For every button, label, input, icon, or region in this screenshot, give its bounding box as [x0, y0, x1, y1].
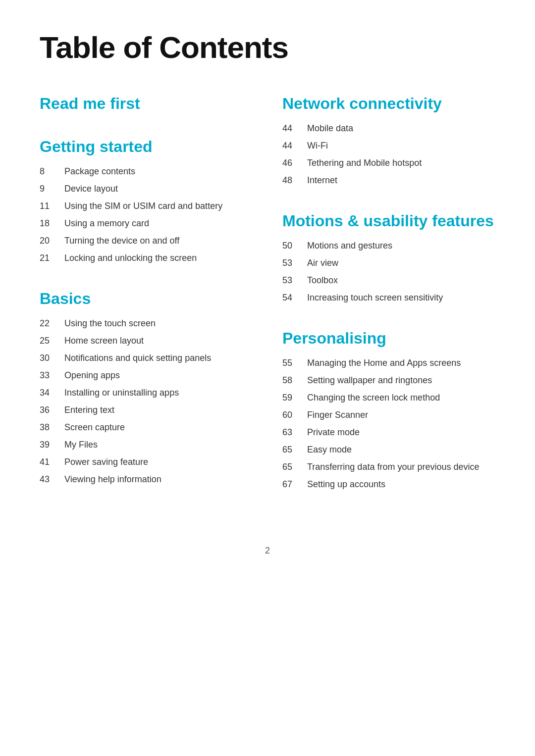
list-item: 50 Motions and gestures	[282, 239, 495, 252]
list-item: 18 Using a memory card	[40, 217, 253, 230]
basics-list: 22 Using the touch screen 25 Home screen…	[40, 317, 253, 486]
list-item: 55 Managing the Home and Apps screens	[282, 356, 495, 370]
toc-text: Tethering and Mobile hotspot	[307, 156, 495, 170]
list-item: 65 Transferring data from your previous …	[282, 460, 495, 474]
toc-number: 50	[282, 239, 307, 252]
toc-text: Toolbox	[307, 274, 495, 287]
toc-number: 38	[40, 421, 64, 434]
list-item: 54 Increasing touch screen sensitivity	[282, 291, 495, 304]
toc-text: Using a memory card	[64, 217, 253, 230]
list-item: 20 Turning the device on and off	[40, 234, 253, 248]
toc-text: Increasing touch screen sensitivity	[307, 291, 495, 304]
left-column: Read me first Getting started 8 Package …	[40, 95, 253, 516]
toc-text: Home screen layout	[64, 334, 253, 348]
list-item: 53 Air view	[282, 256, 495, 270]
toc-number: 22	[40, 317, 64, 330]
section-title-network-connectivity: Network connectivity	[282, 95, 495, 113]
list-item: 53 Toolbox	[282, 274, 495, 287]
toc-text: Power saving feature	[64, 455, 253, 469]
list-item: 60 Finger Scanner	[282, 408, 495, 422]
toc-text: Private mode	[307, 426, 495, 439]
toc-text: Changing the screen lock method	[307, 391, 495, 404]
toc-number: 21	[40, 252, 64, 265]
toc-text: Wi-Fi	[307, 139, 495, 152]
toc-number: 54	[282, 291, 307, 304]
network-connectivity-list: 44 Mobile data 44 Wi-Fi 46 Tethering and…	[282, 122, 495, 187]
toc-number: 41	[40, 455, 64, 469]
list-item: 30 Notifications and quick setting panel…	[40, 352, 253, 365]
list-item: 65 Easy mode	[282, 443, 495, 456]
toc-text: Managing the Home and Apps screens	[307, 356, 495, 370]
toc-text: Easy mode	[307, 443, 495, 456]
section-title-personalising: Personalising	[282, 329, 495, 348]
toc-number: 43	[40, 473, 64, 486]
personalising-list: 55 Managing the Home and Apps screens 58…	[282, 356, 495, 491]
section-title-motions-usability: Motions & usability features	[282, 212, 495, 230]
toc-text: Setting wallpaper and ringtones	[307, 374, 495, 387]
toc-number: 18	[40, 217, 64, 230]
page-number: 2	[265, 546, 270, 555]
toc-number: 53	[282, 274, 307, 287]
section-title-getting-started: Getting started	[40, 138, 253, 156]
toc-text: Mobile data	[307, 122, 495, 135]
toc-text: Viewing help information	[64, 473, 253, 486]
toc-number: 8	[40, 165, 64, 178]
list-item: 22 Using the touch screen	[40, 317, 253, 330]
list-item: 43 Viewing help information	[40, 473, 253, 486]
toc-text: Motions and gestures	[307, 239, 495, 252]
section-title-read-me-first: Read me first	[40, 95, 253, 113]
section-personalising: Personalising 55 Managing the Home and A…	[282, 329, 495, 491]
toc-text: Air view	[307, 256, 495, 270]
toc-number: 36	[40, 403, 64, 417]
toc-number: 65	[282, 443, 307, 456]
section-network-connectivity: Network connectivity 44 Mobile data 44 W…	[282, 95, 495, 187]
right-column: Network connectivity 44 Mobile data 44 W…	[282, 95, 495, 516]
toc-text: Entering text	[64, 403, 253, 417]
list-item: 41 Power saving feature	[40, 455, 253, 469]
toc-text: Device layout	[64, 182, 253, 196]
toc-text: Setting up accounts	[307, 478, 495, 491]
list-item: 44 Wi-Fi	[282, 139, 495, 152]
list-item: 33 Opening apps	[40, 369, 253, 382]
list-item: 67 Setting up accounts	[282, 478, 495, 491]
section-getting-started: Getting started 8 Package contents 9 Dev…	[40, 138, 253, 265]
toc-number: 44	[282, 139, 307, 152]
list-item: 8 Package contents	[40, 165, 253, 178]
list-item: 58 Setting wallpaper and ringtones	[282, 374, 495, 387]
toc-number: 65	[282, 460, 307, 474]
toc-layout: Read me first Getting started 8 Package …	[40, 95, 495, 516]
list-item: 59 Changing the screen lock method	[282, 391, 495, 404]
motions-usability-list: 50 Motions and gestures 53 Air view 53 T…	[282, 239, 495, 304]
toc-text: Screen capture	[64, 421, 253, 434]
toc-text: Opening apps	[64, 369, 253, 382]
toc-text: Turning the device on and off	[64, 234, 253, 248]
toc-number: 55	[282, 356, 307, 370]
toc-text: Using the SIM or USIM card and battery	[64, 200, 253, 213]
toc-number: 60	[282, 408, 307, 422]
toc-number: 30	[40, 352, 64, 365]
toc-number: 33	[40, 369, 64, 382]
toc-number: 58	[282, 374, 307, 387]
toc-text: Internet	[307, 174, 495, 187]
list-item: 25 Home screen layout	[40, 334, 253, 348]
toc-number: 63	[282, 426, 307, 439]
toc-text: My Files	[64, 438, 253, 452]
toc-text: Transferring data from your previous dev…	[307, 460, 495, 474]
page-title: Table of Contents	[40, 30, 495, 65]
toc-number: 59	[282, 391, 307, 404]
toc-number: 53	[282, 256, 307, 270]
toc-text: Locking and unlocking the screen	[64, 252, 253, 265]
section-title-basics: Basics	[40, 290, 253, 308]
section-basics: Basics 22 Using the touch screen 25 Home…	[40, 290, 253, 486]
list-item: 36 Entering text	[40, 403, 253, 417]
getting-started-list: 8 Package contents 9 Device layout 11 Us…	[40, 165, 253, 265]
list-item: 39 My Files	[40, 438, 253, 452]
list-item: 11 Using the SIM or USIM card and batter…	[40, 200, 253, 213]
list-item: 9 Device layout	[40, 182, 253, 196]
list-item: 46 Tethering and Mobile hotspot	[282, 156, 495, 170]
toc-text: Finger Scanner	[307, 408, 495, 422]
toc-number: 34	[40, 386, 64, 400]
toc-number: 11	[40, 200, 64, 213]
toc-number: 20	[40, 234, 64, 248]
list-item: 21 Locking and unlocking the screen	[40, 252, 253, 265]
